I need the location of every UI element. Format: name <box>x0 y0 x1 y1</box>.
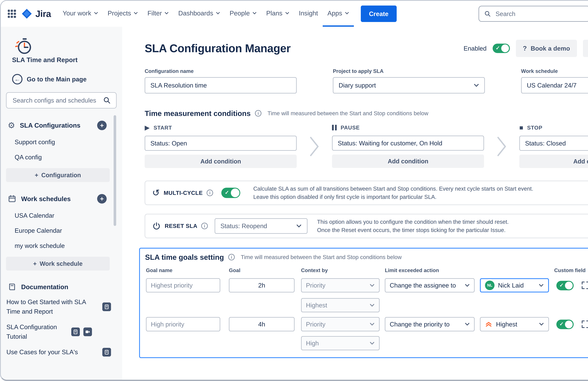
question-icon: ? <box>523 44 527 52</box>
nav-projects[interactable]: Projects <box>103 1 143 27</box>
chevron-down-icon <box>252 12 257 15</box>
sla-time-goals-panel: SLA time goals setting i Time will measu… <box>139 248 588 358</box>
priority-select[interactable]: Highest <box>480 317 549 331</box>
chevron-down-icon <box>465 284 470 287</box>
plus-icon: + <box>33 260 37 267</box>
stop-add-condition-button[interactable]: Add condition <box>519 155 588 168</box>
info-icon[interactable]: i <box>228 254 235 260</box>
stop-condition-input[interactable] <box>519 136 588 151</box>
context-by-select[interactable]: Priority <box>301 317 380 331</box>
sidebar-search-input[interactable] <box>12 96 103 104</box>
sidebar-search[interactable] <box>6 92 117 109</box>
configuration-name-input[interactable] <box>145 77 297 94</box>
context-value-select[interactable]: Highest <box>301 298 380 312</box>
add-configuration-button[interactable]: + Configuration <box>6 168 110 182</box>
nav-apps[interactable]: Apps <box>323 1 354 27</box>
doc-item-tutorial[interactable]: SLA Configuration Tutorial <box>6 322 111 341</box>
goal-row-2: Priority Change the priority to Highest <box>145 317 588 331</box>
nav-dashboards[interactable]: Dashboards <box>174 1 225 27</box>
book-a-demo-button[interactable]: ? Book a demo <box>516 40 577 57</box>
pause-condition-input[interactable] <box>332 136 484 151</box>
info-icon[interactable]: i <box>255 110 261 117</box>
multi-cycle-toggle[interactable]: ✓ <box>221 188 240 198</box>
schedule-list: USA Calendar Europe Calendar my work sch… <box>1 208 122 253</box>
sidebar-scrollbar[interactable] <box>114 115 116 226</box>
chevron-right-icon <box>496 136 507 157</box>
start-add-condition-button[interactable]: Add condition <box>145 155 297 168</box>
add-configuration-icon-button[interactable]: + <box>97 121 107 130</box>
nav-people[interactable]: People <box>225 1 261 27</box>
pause-label: PAUSE <box>341 125 360 131</box>
info-icon[interactable]: i <box>207 190 213 196</box>
reset-sla-panel: RESET SLA i Status: Reopend This option … <box>145 214 588 238</box>
nav-insight[interactable]: Insight <box>294 1 323 27</box>
work-schedule-label: Work schedule <box>521 68 588 74</box>
sidebar-item-usa-calendar[interactable]: USA Calendar <box>15 208 122 223</box>
setup-wizard-button[interactable]: Setup Wizard <box>583 40 588 57</box>
limit-action-select[interactable]: Change the priority to <box>385 317 475 331</box>
limit-exceeded-action-header: Limit exceeded action <box>385 267 439 273</box>
work-schedule-select[interactable]: US Calendar 24/7 <box>521 77 588 94</box>
main-content: SLA Configuration Manager Enabled ✓ ? Bo… <box>122 27 588 380</box>
reset-sla-description: This option allows you to configure the … <box>317 218 509 234</box>
create-button[interactable]: Create <box>361 5 397 22</box>
condition-separator <box>484 125 519 157</box>
project-label: Project to apply SLA <box>333 68 485 74</box>
context-by-select[interactable]: Priority <box>301 278 380 293</box>
pause-add-condition-button[interactable]: Add condition <box>332 154 484 168</box>
goals-column-headers: Goal name Goal Context by Limit exceeded… <box>145 267 588 274</box>
custom-field-toggle[interactable]: ✓ <box>556 281 574 290</box>
add-schedule-icon-button[interactable]: + <box>97 194 107 204</box>
app-switcher-icon[interactable] <box>8 10 16 18</box>
work-schedule-field: Work schedule US Calendar 24/7 <box>521 68 588 93</box>
nav-filter[interactable]: Filter <box>143 1 174 27</box>
enabled-toggle[interactable]: ✓ <box>493 44 510 53</box>
sidebar-item-my-work-schedule[interactable]: my work schedule <box>15 238 122 253</box>
limit-action-select[interactable]: Change the assignee to <box>385 278 475 293</box>
go-to-main-page-link[interactable]: ← Go to the Main page <box>12 74 122 84</box>
assignee-select[interactable]: NL Nick Laid <box>480 278 549 293</box>
goal-name-input[interactable] <box>146 317 220 331</box>
chevron-down-icon <box>370 322 375 326</box>
power-icon <box>152 222 161 230</box>
project-field: Project to apply SLA Diary support <box>333 68 485 93</box>
check-icon: ✓ <box>559 321 564 327</box>
chevron-down-icon <box>465 322 470 326</box>
nav-your-work[interactable]: Your work <box>58 1 103 27</box>
page-header: SLA Configuration Manager Enabled ✓ ? Bo… <box>145 40 588 57</box>
global-search-input[interactable] <box>495 10 584 18</box>
expand-icon <box>581 319 588 329</box>
nav-plans[interactable]: Plans <box>261 1 294 27</box>
calendar-icon <box>8 194 16 203</box>
doc-item-use-cases[interactable]: Use Cases for your SLA's <box>6 347 111 357</box>
project-select[interactable]: Diary support <box>333 77 485 94</box>
reset-condition-select[interactable]: Status: Reopend <box>215 218 308 234</box>
doc-item-get-started[interactable]: How to Get Started with SLA Time and Rep… <box>6 297 111 316</box>
custom-field-toggle[interactable]: ✓ <box>556 320 574 329</box>
enabled-label: Enabled <box>463 45 486 52</box>
add-work-schedule-button[interactable]: + Work schedule <box>6 257 110 271</box>
sidebar-item-support-config[interactable]: Support config <box>15 134 122 150</box>
goal-name-input[interactable] <box>146 278 220 293</box>
jira-logo[interactable]: Jira <box>21 8 51 20</box>
goal-value-input[interactable] <box>229 278 294 293</box>
chevron-down-icon <box>345 12 349 15</box>
global-search[interactable] <box>479 6 588 22</box>
sidebar-item-europe-calendar[interactable]: Europe Calendar <box>15 223 122 238</box>
primary-nav: Your work Projects Filter Dashboards Peo… <box>58 1 354 27</box>
multi-cycle-label: MULTI-CYCLE <box>164 190 203 196</box>
goal-value-input[interactable] <box>229 317 294 331</box>
doc-page-icon <box>102 348 111 357</box>
info-icon[interactable]: i <box>201 223 208 229</box>
expand-button[interactable] <box>581 319 588 329</box>
expand-button[interactable] <box>581 280 588 290</box>
sidebar-item-qa-config[interactable]: QA config <box>15 149 122 165</box>
goals-subtitle: Time will measured between the Start and… <box>241 254 402 260</box>
start-condition-input[interactable] <box>145 136 297 151</box>
chevron-down-icon <box>370 303 375 307</box>
context-value-select[interactable]: High <box>301 336 380 350</box>
screenshot-stage: Jira Your work Projects Filter Dashboard… <box>0 0 588 381</box>
configuration-name-label: Configuration name <box>145 68 297 74</box>
goals-header: SLA time goals setting i Time will measu… <box>145 253 588 261</box>
goal-row-1-context: Highest <box>145 298 588 312</box>
